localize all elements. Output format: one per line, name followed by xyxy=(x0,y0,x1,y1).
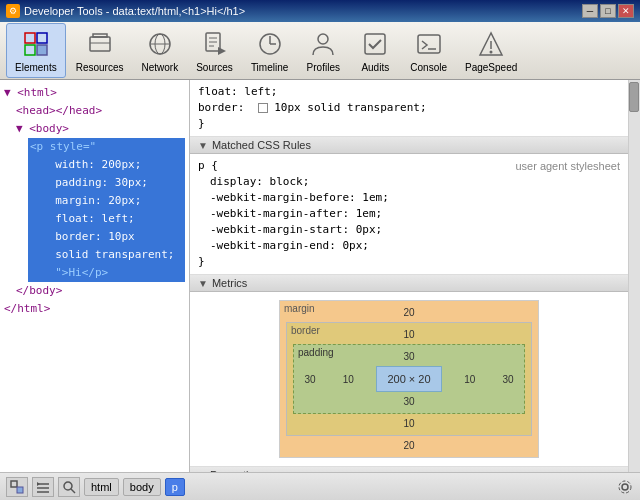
console-icon xyxy=(413,28,445,60)
dom-line-border: border: 10px xyxy=(30,228,183,246)
svg-rect-5 xyxy=(93,34,107,37)
dom-prop-float: float: left; xyxy=(42,212,135,225)
svg-rect-26 xyxy=(17,487,23,493)
maximize-button[interactable]: □ xyxy=(600,4,616,18)
css-inherited: float: left; border: 10px solid transpar… xyxy=(190,80,628,137)
breadcrumb-html[interactable]: html xyxy=(84,478,119,496)
main-content: ▼ <html> <head></head> ▼ <body> <p style… xyxy=(0,80,640,472)
dom-line-body-close[interactable]: </body> xyxy=(4,282,185,300)
bottom-left: html body p xyxy=(6,477,185,497)
toolbar: Elements Resources Network xyxy=(0,22,640,80)
settings-icon xyxy=(617,479,633,495)
matched-css-content: user agent stylesheet p { display: block… xyxy=(190,154,628,275)
tab-pagespeed[interactable]: PageSpeed xyxy=(457,24,525,77)
breadcrumb-p[interactable]: p xyxy=(165,478,185,496)
metrics-header[interactable]: ▼ Metrics xyxy=(190,275,628,292)
dom-tag-p: <p style=" xyxy=(30,140,96,153)
dom-prop-margin: margin: 20px; xyxy=(42,194,141,207)
tab-timeline[interactable]: Timeline xyxy=(243,24,296,77)
padding-right: 30 xyxy=(498,374,518,385)
timeline-icon xyxy=(254,28,286,60)
matched-css-label: Matched CSS Rules xyxy=(212,139,311,151)
tab-elements-label: Elements xyxy=(15,62,57,73)
dom-line-p[interactable]: <p style=" xyxy=(30,138,183,156)
tab-console[interactable]: Console xyxy=(402,24,455,77)
search-icon xyxy=(61,479,77,495)
pagespeed-icon xyxy=(475,28,507,60)
css-webkit-start: -webkit-margin-start: 0px; xyxy=(198,222,620,238)
dom-tag: ▼ <html> xyxy=(4,86,57,99)
tab-elements[interactable]: Elements xyxy=(6,23,66,78)
tab-sources-label: Sources xyxy=(196,62,233,73)
svg-point-24 xyxy=(490,51,493,54)
resources-icon xyxy=(84,28,116,60)
window-controls[interactable]: ─ □ ✕ xyxy=(582,4,634,18)
dom-prop-width: width: 200px; xyxy=(42,158,141,171)
tab-profiles[interactable]: Profiles xyxy=(298,24,348,77)
padding-bottom-value: 30 xyxy=(300,396,518,407)
minimize-button[interactable]: ─ xyxy=(582,4,598,18)
dom-line-body[interactable]: ▼ <body> xyxy=(4,120,185,138)
border-box: border 10 padding 30 xyxy=(286,322,532,436)
dom-prop-solid: solid transparent; xyxy=(42,248,174,261)
margin-bottom-value: 20 xyxy=(286,440,532,451)
properties-section[interactable]: ▶ Properties xyxy=(190,466,628,472)
border-bottom-value: 10 xyxy=(293,418,525,429)
dom-line-width: width: 200px; xyxy=(30,156,183,174)
svg-rect-4 xyxy=(90,37,110,51)
border-label: border xyxy=(291,325,320,336)
bottom-controls xyxy=(6,477,80,497)
border-top-value: 10 xyxy=(293,329,525,340)
user-agent-label: user agent stylesheet xyxy=(515,158,620,174)
settings-button[interactable] xyxy=(616,478,634,496)
sources-icon xyxy=(199,28,231,60)
dom-selected-block[interactable]: <p style=" width: 200px; padding: 30px; … xyxy=(28,138,185,282)
svg-point-18 xyxy=(318,34,328,44)
callstack-icon xyxy=(35,479,51,495)
svg-rect-0 xyxy=(25,33,35,43)
matched-css-header[interactable]: ▼ Matched CSS Rules xyxy=(190,137,628,154)
css-webkit-after: -webkit-margin-after: 1em; xyxy=(198,206,620,222)
dom-line-html-close[interactable]: </html> xyxy=(4,300,185,318)
search-button[interactable] xyxy=(58,477,80,497)
audits-icon xyxy=(359,28,391,60)
css-close-brace: } xyxy=(198,116,620,132)
padding-box: padding 30 30 10 200 xyxy=(293,344,525,414)
tab-network[interactable]: Network xyxy=(134,24,187,77)
dom-line-padding: padding: 30px; xyxy=(30,174,183,192)
tab-resources-label: Resources xyxy=(76,62,124,73)
svg-rect-2 xyxy=(25,45,35,55)
margin-label: margin xyxy=(284,303,315,314)
dom-tag: </body> xyxy=(16,284,62,297)
svg-point-30 xyxy=(64,482,72,490)
callstack-button[interactable] xyxy=(32,477,54,497)
dom-tag: </html> xyxy=(4,302,50,315)
dom-line-head[interactable]: <head></head> xyxy=(4,102,185,120)
scrollbar[interactable] xyxy=(628,80,640,472)
tab-sources[interactable]: Sources xyxy=(188,24,241,77)
css-border: border: 10px solid transparent; xyxy=(198,100,620,116)
inspect-icon xyxy=(9,479,25,495)
border-right: 10 xyxy=(463,374,477,385)
elements-icon xyxy=(20,28,52,60)
padding-label: padding xyxy=(298,347,334,358)
svg-marker-14 xyxy=(218,47,226,55)
right-panel: float: left; border: 10px solid transpar… xyxy=(190,80,640,472)
scrollbar-thumb[interactable] xyxy=(629,82,639,112)
close-button[interactable]: ✕ xyxy=(618,4,634,18)
metrics-body: margin 20 border 10 padd xyxy=(190,292,628,466)
tab-audits[interactable]: Audits xyxy=(350,24,400,77)
tab-resources[interactable]: Resources xyxy=(68,24,132,77)
svg-point-33 xyxy=(619,481,631,493)
tab-profiles-label: Profiles xyxy=(307,62,340,73)
breadcrumb-body[interactable]: body xyxy=(123,478,161,496)
dom-line-html[interactable]: ▼ <html> xyxy=(4,84,185,102)
inspect-button[interactable] xyxy=(6,477,28,497)
matched-css-arrow: ▼ xyxy=(198,140,208,151)
dom-prop-border: border: 10px xyxy=(42,230,135,243)
dom-panel[interactable]: ▼ <html> <head></head> ▼ <body> <p style… xyxy=(0,80,190,472)
border-color-swatch xyxy=(258,103,268,113)
tab-network-label: Network xyxy=(142,62,179,73)
margin-box: margin 20 border 10 padd xyxy=(279,300,539,458)
title-bar-left: ⚙ Developer Tools - data:text/html,<h1>H… xyxy=(6,4,245,18)
